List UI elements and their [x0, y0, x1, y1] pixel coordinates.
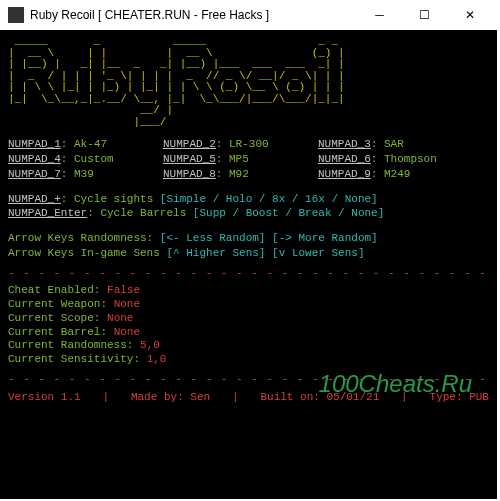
bind-row-2: NUMPAD_4: Custom NUMPAD_5: MP5 NUMPAD_6:… [8, 153, 489, 168]
footer-sep: | [232, 391, 239, 405]
cycle-sights-key: NUMPAD_+ [8, 193, 61, 205]
status-weapon-val: None [114, 298, 140, 310]
close-button[interactable]: ✕ [447, 0, 492, 30]
arrow-random-right: [-> More Random] [272, 232, 378, 244]
status-block: Cheat Enabled: False Current Weapon: Non… [8, 284, 489, 367]
bind-val: M39 [74, 168, 94, 180]
footer-row: Version 1.1 | Made by: Sen | Built on: 0… [8, 391, 489, 405]
arrow-random-left: [<- Less Random] [160, 232, 266, 244]
bind-row-3: NUMPAD_7: M39 NUMPAD_8: M92 NUMPAD_9: M2… [8, 168, 489, 183]
status-weapon-label: Current Weapon: [8, 298, 107, 310]
footer-sep: | [102, 391, 109, 405]
cycle-barrels-opts: [Supp / Boost / Break / None] [193, 207, 384, 219]
status-randomness-label: Current Randomness: [8, 339, 133, 351]
cycle-barrels-key: NUMPAD_Enter [8, 207, 87, 219]
bind-key: NUMPAD_9 [318, 168, 371, 180]
arrow-randomness-row: Arrow Keys Randomness: [<- Less Random] … [8, 232, 489, 246]
bind-key: NUMPAD_7 [8, 168, 61, 180]
bind-val: SAR [384, 138, 404, 150]
bind-val: MP5 [229, 153, 249, 165]
footer-type: Type: PUB [430, 391, 489, 405]
status-sensitivity-label: Current Sensitivity: [8, 353, 140, 365]
bind-key: NUMPAD_2 [163, 138, 216, 150]
footer-sep: | [401, 391, 408, 405]
status-sensitivity-val: 1,0 [147, 353, 167, 365]
minimize-button[interactable]: ─ [357, 0, 402, 30]
cycle-sights-opts: [Simple / Holo / 8x / 16x / None] [160, 193, 378, 205]
footer-madeby: Made by: Sen [131, 391, 210, 405]
bind-val: Custom [74, 153, 114, 165]
console-area: _____ _ _____ _ _ | __ \ | | | __ \ (_) … [0, 30, 497, 499]
footer-version: Version 1.1 [8, 391, 81, 405]
bind-row-1: NUMPAD_1: Ak-47 NUMPAD_2: LR-300 NUMPAD_… [8, 138, 489, 153]
bind-val: LR-300 [229, 138, 269, 150]
cycle-sights-row: NUMPAD_+: Cycle sights [Simple / Holo / … [8, 193, 489, 207]
bind-val: Ak-47 [74, 138, 107, 150]
status-scope-label: Current Scope: [8, 312, 100, 324]
bind-val: M249 [384, 168, 410, 180]
ascii-logo: _____ _ _____ _ _ | __ \ | | | __ \ (_) … [8, 36, 489, 128]
status-scope-val: None [107, 312, 133, 324]
bind-key: NUMPAD_4 [8, 153, 61, 165]
status-barrel-label: Current Barrel: [8, 326, 107, 338]
cycle-sights-prefix: Cycle sights [74, 193, 153, 205]
window-title: Ruby Recoil [ CHEATER.RUN - Free Hacks ] [30, 8, 357, 22]
bind-val: M92 [229, 168, 249, 180]
arrow-sens-down: [v Lower Sens] [272, 247, 364, 259]
bind-key: NUMPAD_3 [318, 138, 371, 150]
arrow-sens-row: Arrow Keys In-game Sens [^ Higher Sens] … [8, 247, 489, 261]
status-randomness-val: 5,0 [140, 339, 160, 351]
status-barrel-val: None [114, 326, 140, 338]
divider: - - - - - - - - - - - - - - - - - - - - … [8, 267, 489, 281]
window-titlebar: Ruby Recoil [ CHEATER.RUN - Free Hacks ]… [0, 0, 500, 30]
app-icon [8, 7, 24, 23]
arrow-random-label: Arrow Keys Randomness: [8, 232, 153, 244]
cycle-barrels-prefix: Cycle Barrels [100, 207, 186, 219]
bind-key: NUMPAD_6 [318, 153, 371, 165]
divider: - - - - - - - - - - - - - - - - - - - - … [8, 373, 489, 387]
bind-val: Thompson [384, 153, 437, 165]
cycle-barrels-row: NUMPAD_Enter: Cycle Barrels [Supp / Boos… [8, 207, 489, 221]
bind-key: NUMPAD_1 [8, 138, 61, 150]
footer-builton: Built on: 05/01/21 [260, 391, 379, 405]
arrow-sens-up: [^ Higher Sens] [166, 247, 265, 259]
status-cheat-val: False [107, 284, 140, 296]
arrow-sens-label: Arrow Keys In-game Sens [8, 247, 160, 259]
maximize-button[interactable]: ☐ [402, 0, 447, 30]
bind-key: NUMPAD_5 [163, 153, 216, 165]
status-cheat-label: Cheat Enabled: [8, 284, 100, 296]
bind-key: NUMPAD_8 [163, 168, 216, 180]
